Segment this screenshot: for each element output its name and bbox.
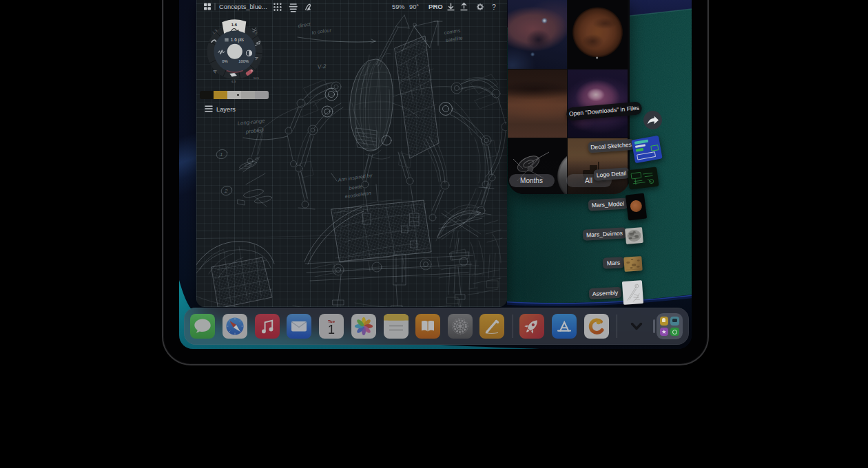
svg-text:to colour: to colour (311, 27, 332, 36)
svg-text:59%: 59% (392, 3, 405, 10)
svg-text:0%: 0% (222, 59, 227, 63)
svg-text:1: 1 (220, 151, 223, 158)
svg-text:6.3: 6.3 (231, 80, 236, 83)
svg-text:Layers: Layers (216, 106, 236, 113)
svg-text:PRO: PRO (428, 3, 443, 10)
svg-text:satellite: satellite (445, 35, 463, 43)
svg-text:Concepts_blue...: Concepts_blue... (219, 3, 267, 10)
svg-text:2: 2 (224, 188, 228, 194)
svg-text:comms: comms (444, 28, 461, 36)
svg-text:100%: 100% (238, 59, 249, 63)
svg-text:1: 1 (327, 323, 334, 337)
svg-text:1.6: 1.6 (231, 23, 237, 27)
svg-text:14.5: 14.5 (253, 76, 259, 80)
svg-text:?: ? (492, 3, 496, 11)
svg-text:direct: direct (298, 21, 311, 29)
svg-text:Long-range: Long-range (237, 118, 265, 127)
svg-text:beetle: beetle (349, 183, 363, 191)
svg-text:Arm inspired by: Arm inspired by (337, 172, 373, 183)
svg-text:V-2: V-2 (317, 63, 327, 70)
svg-text:exoskeleton: exoskeleton (344, 190, 371, 200)
svg-text:90°: 90° (409, 3, 419, 10)
svg-text:1.6 pts: 1.6 pts (230, 37, 243, 43)
